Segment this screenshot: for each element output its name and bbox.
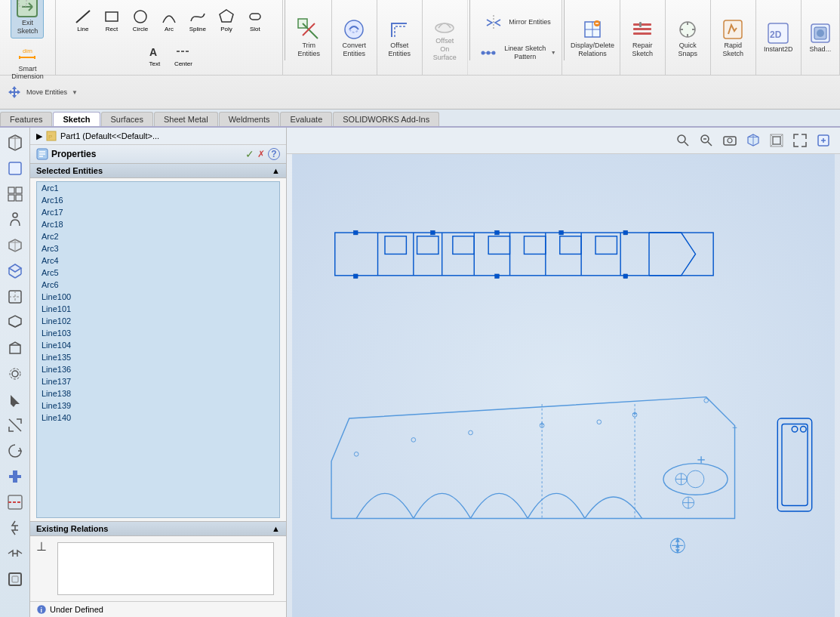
entity-list-item[interactable]: Line103 [37,327,279,339]
entity-list-item[interactable]: Line137 [37,375,279,387]
extra-view-btn[interactable] [813,130,834,151]
move-entities-button[interactable]: Move Entities ▼ [3,82,82,102]
repair-sketch-icon [630,17,654,42]
entity-list-item[interactable]: Line140 [37,412,279,424]
expand-view-btn[interactable] [789,130,811,151]
magnify-view-btn[interactable] [696,130,717,151]
entity-list-item[interactable]: Arc18 [37,218,279,230]
existing-relations-collapse-icon[interactable]: ▲ [272,524,280,533]
svg-rect-104 [292,154,835,617]
selected-entities-list[interactable]: Arc1Arc16Arc17Arc18Arc2Arc3Arc4Arc5Arc6L… [36,181,280,518]
search-view-btn[interactable] [672,130,694,151]
canvas-area[interactable] [287,154,840,617]
entity-list-item[interactable]: Arc1 [37,182,279,194]
existing-relations-header[interactable]: Existing Relations ▲ [30,522,286,536]
strip-btn-person[interactable] [3,208,27,232]
entity-list-item[interactable]: Line135 [37,351,279,363]
trim-entities-button[interactable]: TrimEntities [292,15,325,60]
entity-list-item[interactable]: Line100 [37,291,279,303]
strip-btn-box-open[interactable] [3,336,27,360]
tab-weldments[interactable]: Weldments [219,112,280,126]
slot-btn[interactable]: Slot [242,6,269,34]
convert-entities-button[interactable]: ConvertEntities [337,15,371,60]
offset-entities-button[interactable]: OffsetEntities [383,15,416,60]
strip-btn-cube-right[interactable] [3,285,27,309]
strip-btn-scale[interactable] [3,413,27,437]
help-button[interactable]: ? [268,148,280,160]
entity-list-item[interactable]: Line138 [37,387,279,400]
svg-rect-51 [8,195,14,201]
exit-sketch-button[interactable]: ExitSketch [11,0,44,39]
strip-btn-build[interactable] [3,464,27,489]
polygon-btn[interactable]: Poly [213,6,240,34]
offset-on-surface-button[interactable]: OffsetOnSurface [428,11,461,63]
linear-sketch-pattern-button[interactable]: Linear Sketch Pattern ▼ [473,39,560,67]
tab-features[interactable]: Features [0,112,52,126]
strip-btn-cube-top[interactable] [3,259,27,283]
entity-list-item[interactable]: Arc17 [37,206,279,218]
entity-list-item[interactable]: Arc3 [37,242,279,255]
tree-expand-icon[interactable]: ▶ [36,131,42,141]
tab-sketch[interactable]: Sketch [53,112,100,126]
entity-list-item[interactable]: Arc4 [37,255,279,267]
strip-btn-updown[interactable] [3,516,27,540]
cancel-button[interactable]: ✗ [257,149,265,159]
svg-point-92 [728,138,732,143]
perspective-view-btn[interactable] [766,130,787,151]
entity-list-item[interactable]: Line101 [37,303,279,315]
tab-sheet-metal[interactable]: Sheet Metal [154,112,218,126]
strip-btn-cube3d[interactable] [3,131,27,155]
rectangle-icon [103,8,121,26]
entity-list-item[interactable]: Arc6 [37,279,279,291]
centerline-btn[interactable]: Center [170,41,197,69]
group-repair: RepairSketch [620,0,666,75]
strip-btn-box-hollow[interactable] [3,567,27,591]
entity-list-item[interactable]: Arc2 [37,230,279,242]
display-delete-relations-button[interactable]: Display/DeleteRelations [567,15,618,60]
arc-btn[interactable]: Arc [155,6,183,34]
strip-btn-box3d[interactable] [3,310,27,335]
linear-sketch-pattern-label: Linear Sketch Pattern [503,45,548,61]
strip-btn-rotate[interactable] [3,439,27,463]
entity-list-item[interactable]: Line104 [37,339,279,351]
strip-btn-gear[interactable] [3,362,27,386]
group-display-delete: Display/DeleteRelations [566,0,620,75]
quick-snaps-button[interactable]: QuickSnaps [671,15,704,60]
instant2d-button[interactable]: 2D Instant2D [760,19,797,56]
circle-btn[interactable]: Circle [127,6,154,34]
tab-evaluate[interactable]: Evaluate [280,112,332,126]
trim-entities-icon [297,17,321,42]
selected-entities-collapse-icon[interactable]: ▲ [272,166,280,175]
linear-pattern-dropdown[interactable]: ▼ [551,50,556,55]
mirror-entities-button[interactable]: Mirror Entities [478,8,555,37]
confirm-button[interactable]: ✓ [245,148,254,160]
selected-entities-header[interactable]: Selected Entities ▲ [30,164,286,178]
rectangle-btn[interactable]: Rect [98,6,125,34]
repair-sketch-button[interactable]: RepairSketch [626,15,659,60]
entity-list-item[interactable]: Line136 [37,363,279,375]
strip-btn-leftright[interactable] [3,541,27,566]
svg-rect-125 [559,230,564,235]
tab-surfaces[interactable]: Surfaces [101,112,153,126]
shaded-sketch-button[interactable]: Shad... [804,19,837,56]
svg-point-20 [435,23,454,32]
text-btn[interactable]: A Text [141,41,168,69]
tab-solidworks-addins[interactable]: SOLIDWORKS Add-Ins [333,112,439,126]
cube-view-btn[interactable] [743,130,764,151]
entity-list-item[interactable]: Line102 [37,315,279,327]
line-btn[interactable]: Line [69,6,97,34]
rapid-sketch-button[interactable]: RapidSketch [716,15,749,60]
camera-view-btn[interactable] [719,130,740,151]
entity-list-item[interactable]: Arc16 [37,194,279,206]
spline-btn[interactable]: Spline [184,6,211,34]
strip-btn-cube-box[interactable] [3,233,27,258]
svg-rect-32 [633,28,651,30]
strip-btn-grid[interactable] [3,182,27,206]
strip-btn-arrow-tool[interactable] [3,387,27,412]
circle-icon [131,8,149,26]
entity-list-item[interactable]: Line139 [37,400,279,412]
strip-btn-cube-cut[interactable] [3,490,27,514]
entity-list-item[interactable]: Arc5 [37,267,279,279]
strip-btn-cube-front[interactable] [3,156,27,180]
move-entities-dropdown[interactable]: ▼ [72,89,78,96]
